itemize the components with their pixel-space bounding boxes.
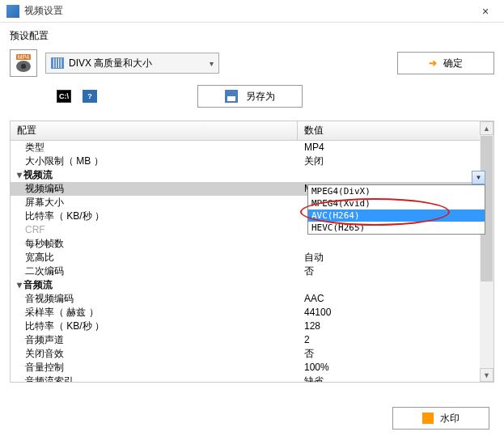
table-row[interactable]: 二次编码否 (11, 265, 493, 278)
table-row[interactable]: 比特率（ KB/秒 ）128 (11, 320, 493, 333)
tree-toggle-icon[interactable]: ▾ (17, 169, 22, 180)
cell-value: 缺省 (298, 375, 493, 382)
scroll-up-icon[interactable]: ▲ (480, 121, 493, 135)
codec-dropdown[interactable]: MPEG4(DivX)MPEG4(Xvid)AVC(H264)HEVC(H265… (307, 184, 485, 235)
cell-label: 二次编码 (11, 265, 298, 278)
table-row[interactable]: 音视频编码AAC (11, 292, 493, 306)
cell-label: 音频声道 (11, 333, 298, 347)
app-icon (6, 5, 19, 18)
cell-label: CRF (11, 223, 298, 237)
preset-selected-text: DIVX 高质量和大小 (69, 57, 210, 70)
cell-label: 比特率（ KB/秒 ） (11, 210, 298, 223)
table-row[interactable]: 音频声道2 (11, 333, 493, 347)
cell-label: 关闭音效 (11, 347, 298, 361)
cell-value: 否 (298, 347, 493, 361)
grid-body: 类型MP4大小限制（ MB ）关闭▾视频流视频编码MPEG4(DivX)屏幕大小… (11, 141, 493, 382)
dropdown-item[interactable]: MPEG4(Xvid) (308, 197, 485, 210)
cell-value: 2 (298, 333, 493, 347)
cmd-icon[interactable]: C:\ (57, 90, 71, 103)
grid-header: 配置 数值 (11, 121, 493, 141)
category-label: 视频流 (23, 169, 53, 180)
cell-label: 比特率（ KB/秒 ） (11, 320, 298, 333)
ok-button[interactable]: ➜ 确定 (397, 52, 494, 74)
tree-toggle-icon[interactable]: ▾ (17, 279, 22, 290)
preset-row: MP4 DIVX 高质量和大小 ▾ ➜ 确定 (0, 46, 504, 80)
window-title: 视频设置 (24, 4, 473, 18)
cell-value: 关闭 (298, 155, 493, 168)
cell-value (298, 278, 493, 292)
close-button[interactable]: × (473, 5, 498, 18)
table-row[interactable]: 音量控制100% (11, 361, 493, 375)
header-value: 数值 (298, 121, 493, 140)
reel-icon (16, 61, 31, 72)
icon-row: C:\ ? 另存为 (0, 80, 504, 116)
cell-value: MP4 (298, 141, 493, 155)
film-icon (51, 57, 64, 69)
dropdown-item[interactable]: MPEG4(DivX) (308, 185, 485, 197)
save-as-button[interactable]: 另存为 (197, 85, 303, 108)
cell-label: 宽高比 (11, 251, 298, 265)
chevron-down-icon: ▾ (210, 59, 214, 68)
table-row[interactable]: 关闭音效否 (11, 347, 493, 361)
cell-value: AAC (298, 292, 493, 306)
table-row[interactable]: 宽高比自动 (11, 251, 493, 265)
arrow-right-icon: ➜ (429, 57, 437, 69)
preset-select[interactable]: DIVX 高质量和大小 ▾ (45, 53, 219, 74)
cell-value: 自动 (298, 251, 493, 265)
format-tag: MP4 (16, 54, 31, 60)
cell-label: 每秒帧数 (11, 237, 298, 251)
table-row[interactable]: ▾视频流 (11, 168, 493, 182)
cell-label: 采样率（ 赫兹 ） (11, 306, 298, 320)
cell-value (298, 168, 493, 182)
watermark-label: 水印 (440, 412, 460, 425)
cell-value (298, 237, 493, 251)
dropdown-button[interactable]: ▼ (472, 171, 485, 184)
disk-icon (225, 90, 238, 103)
table-row[interactable]: 采样率（ 赫兹 ）44100 (11, 306, 493, 320)
watermark-button[interactable]: 水印 (392, 407, 489, 430)
cell-label: 视频编码 (11, 182, 298, 196)
format-icon: MP4 (10, 49, 37, 77)
cell-label: 类型 (11, 141, 298, 155)
category-label: 音频流 (23, 279, 53, 290)
cell-value: 100% (298, 361, 493, 375)
preset-label: 预设配置 (0, 23, 504, 46)
titlebar: 视频设置 × (0, 0, 504, 23)
dropdown-item[interactable]: HEVC(H265) (308, 222, 485, 234)
ok-button-label: 确定 (443, 57, 463, 70)
scroll-down-icon[interactable]: ▼ (480, 368, 493, 382)
dropdown-item[interactable]: AVC(H264) (308, 210, 485, 222)
cell-label: 音视频编码 (11, 292, 298, 306)
cell-label: 屏幕大小 (11, 196, 298, 210)
cell-label: 音频流索引 (11, 375, 298, 382)
table-row[interactable]: 音频流索引缺省 (11, 375, 493, 382)
watermark-icon (422, 413, 434, 424)
cell-value: 44100 (298, 306, 493, 320)
cell-label: ▾视频流 (11, 168, 298, 182)
table-row[interactable]: ▾音频流 (11, 278, 493, 292)
header-config: 配置 (11, 121, 298, 140)
settings-grid: 配置 数值 类型MP4大小限制（ MB ）关闭▾视频流视频编码MPEG4(Div… (10, 121, 494, 383)
table-row[interactable]: 大小限制（ MB ）关闭 (11, 155, 493, 168)
cell-value: 128 (298, 320, 493, 333)
table-row[interactable]: 类型MP4 (11, 141, 493, 155)
bottom-bar: 水印 (392, 407, 489, 430)
cell-value: 否 (298, 265, 493, 278)
save-as-label: 另存为 (246, 90, 275, 104)
cell-label: 音量控制 (11, 361, 298, 375)
scrollbar[interactable]: ▲ ▼ (480, 121, 493, 382)
cell-label: ▾音频流 (11, 278, 298, 292)
table-row[interactable]: 每秒帧数 (11, 237, 493, 251)
cell-label: 大小限制（ MB ） (11, 155, 298, 168)
help-icon[interactable]: ? (83, 90, 97, 103)
